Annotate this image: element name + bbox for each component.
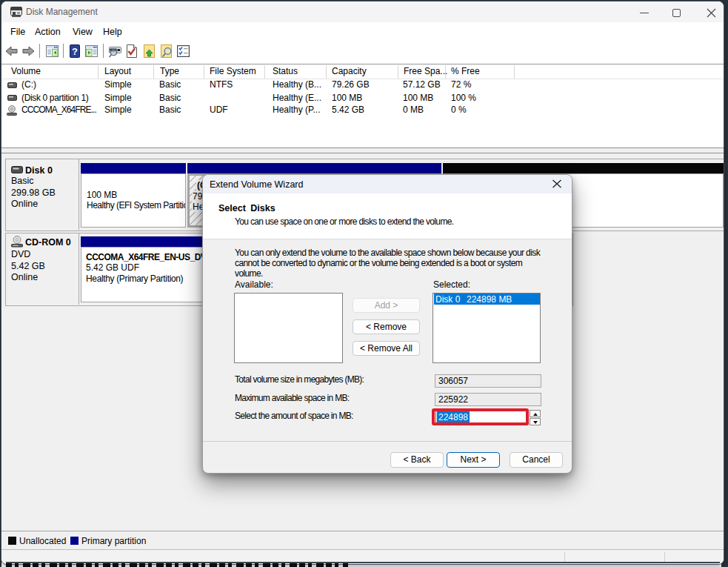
- svg-text:?: ?: [72, 46, 78, 57]
